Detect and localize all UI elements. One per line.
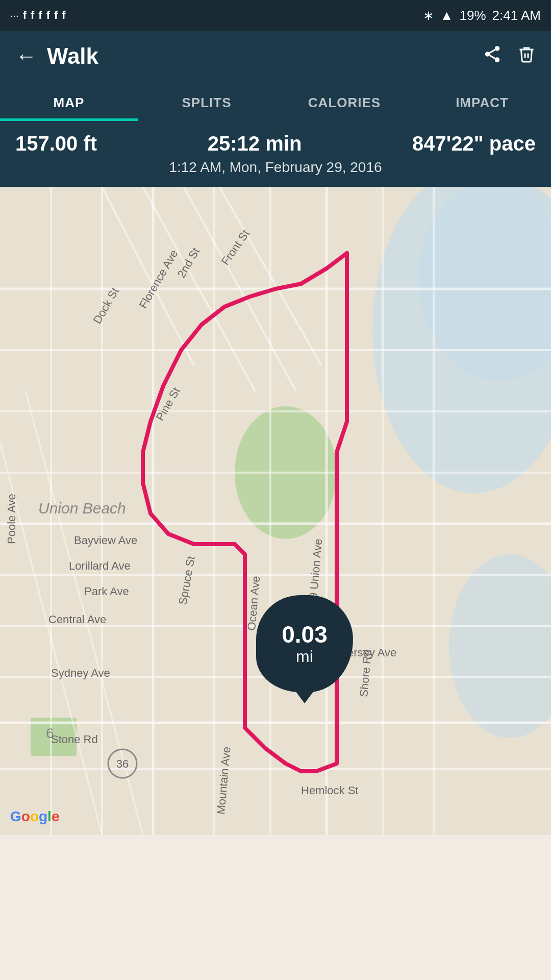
google-watermark: Google xyxy=(10,808,59,825)
header-right xyxy=(483,44,536,68)
status-notifications: ··· f f f f f f xyxy=(10,9,66,22)
tab-map[interactable]: MAP xyxy=(0,82,138,121)
share-button[interactable] xyxy=(483,44,502,68)
facebook-icon-5: f xyxy=(54,9,58,22)
svg-text:Central Ave: Central Ave xyxy=(48,613,106,626)
svg-text:Lorillard Ave: Lorillard Ave xyxy=(69,559,131,572)
distance-stat: 157.00 ft xyxy=(15,132,97,155)
stats-bar: 157.00 ft 25:12 min 847'22" pace 1:12 AM… xyxy=(0,122,551,187)
stats-row: 157.00 ft 25:12 min 847'22" pace xyxy=(15,132,536,155)
svg-text:Hemlock St: Hemlock St xyxy=(301,784,358,797)
facebook-icon-3: f xyxy=(38,9,42,22)
bubble-distance-unit: mi xyxy=(296,648,313,666)
duration-stat: 25:12 min xyxy=(208,132,302,155)
facebook-icon-4: f xyxy=(46,9,50,22)
facebook-icon-2: f xyxy=(31,9,34,22)
svg-text:Poole Ave: Poole Ave xyxy=(5,494,18,544)
tabs-bar: MAP SPLITS CALORIES IMPACT xyxy=(0,82,551,122)
app-header: ← Walk xyxy=(0,31,551,82)
status-system: ∗ ▲ 19% 2:41 AM xyxy=(423,8,541,23)
bubble-distance-value: 0.03 xyxy=(282,622,328,648)
signal-icon: ▲ xyxy=(440,8,454,23)
map-svg: Dock St Florence Ave 2nd St Front St Pin… xyxy=(0,187,551,835)
notifications-icon: ··· xyxy=(10,10,19,21)
facebook-icon-1: f xyxy=(23,9,27,22)
back-button[interactable]: ← xyxy=(15,44,37,68)
status-bar: ··· f f f f f f ∗ ▲ 19% 2:41 AM xyxy=(0,0,551,31)
tab-calories[interactable]: CALORIES xyxy=(276,82,413,121)
svg-text:Sydney Ave: Sydney Ave xyxy=(51,667,110,679)
svg-text:6: 6 xyxy=(46,725,54,741)
svg-text:36: 36 xyxy=(116,757,129,770)
tab-splits[interactable]: SPLITS xyxy=(138,82,276,121)
tab-impact[interactable]: IMPACT xyxy=(413,82,551,121)
bluetooth-icon: ∗ xyxy=(423,8,434,23)
svg-text:Bayview Ave: Bayview Ave xyxy=(74,534,137,547)
time-display: 2:41 AM xyxy=(492,8,541,23)
svg-line-3 xyxy=(490,55,495,58)
battery-level: 19% xyxy=(460,8,486,23)
facebook-icon-6: f xyxy=(62,9,65,22)
header-left: ← Walk xyxy=(15,43,98,69)
distance-bubble: 0.03 mi xyxy=(256,595,353,692)
svg-point-1 xyxy=(485,52,490,57)
activity-date: 1:12 AM, Mon, February 29, 2016 xyxy=(15,159,536,176)
delete-button[interactable] xyxy=(517,44,536,68)
svg-point-0 xyxy=(495,46,500,51)
svg-line-4 xyxy=(490,50,495,53)
map-container[interactable]: Dock St Florence Ave 2nd St Front St Pin… xyxy=(0,187,551,835)
page-title: Walk xyxy=(47,43,98,69)
svg-text:Park Ave: Park Ave xyxy=(84,585,129,598)
svg-point-2 xyxy=(495,57,500,62)
svg-text:Union Beach: Union Beach xyxy=(38,500,126,517)
pace-stat: 847'22" pace xyxy=(412,132,536,155)
svg-text:Stone Rd: Stone Rd xyxy=(51,733,98,746)
